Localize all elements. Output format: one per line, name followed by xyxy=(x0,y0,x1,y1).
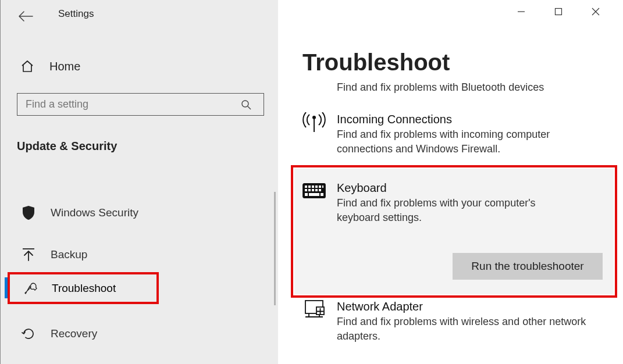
svg-rect-14 xyxy=(319,189,321,191)
back-arrow-icon xyxy=(18,10,33,22)
item-subtitle: Find and fix problems with your computer… xyxy=(337,196,581,225)
search-input[interactable] xyxy=(26,98,237,110)
home-link[interactable]: Home xyxy=(18,57,80,76)
item-subtitle: Find and fix problems with wireless and … xyxy=(337,315,587,344)
svg-rect-9 xyxy=(322,185,323,188)
sidebar-item-backup[interactable]: Backup xyxy=(8,234,159,276)
item-title: Keyboard xyxy=(337,181,581,195)
svg-rect-12 xyxy=(312,189,314,191)
sidebar-item-windows-security[interactable]: Windows Security xyxy=(8,192,159,234)
sidebar-item-label: Windows Security xyxy=(51,206,138,219)
close-button[interactable] xyxy=(586,3,606,20)
svg-rect-11 xyxy=(308,189,311,191)
svg-rect-6 xyxy=(312,185,314,188)
category-heading: Update & Security xyxy=(17,140,117,153)
keyboard-icon xyxy=(302,181,326,200)
svg-rect-7 xyxy=(315,185,318,188)
back-button[interactable] xyxy=(18,10,33,24)
minimize-icon xyxy=(517,8,525,16)
sidebar-item-label: Troubleshoot xyxy=(52,282,116,295)
network-adapter-icon xyxy=(302,300,326,319)
run-troubleshooter-button[interactable]: Run the troubleshooter xyxy=(453,253,603,280)
item-title: Network Adapter xyxy=(337,300,587,313)
item-subtitle: Find and fix problems with incoming comp… xyxy=(337,127,593,156)
recovery-icon xyxy=(19,324,38,343)
sidebar-item-troubleshoot[interactable]: Troubleshoot xyxy=(8,272,159,304)
main-panel: Troubleshoot Find and fix problems with … xyxy=(278,0,623,364)
svg-rect-17 xyxy=(321,193,323,196)
bluetooth-subtitle: Find and fix problems with Bluetooth dev… xyxy=(337,81,610,94)
svg-rect-10 xyxy=(305,189,307,191)
troubleshoot-item-incoming[interactable]: Incoming Connections Find and fix proble… xyxy=(302,113,616,156)
close-icon xyxy=(592,8,600,16)
svg-rect-5 xyxy=(308,185,311,188)
troubleshoot-item-keyboard[interactable]: Keyboard Find and fix problems with your… xyxy=(302,181,616,225)
sidebar-scrollbar[interactable] xyxy=(274,192,276,305)
search-box[interactable] xyxy=(17,93,264,116)
maximize-icon xyxy=(554,8,563,16)
svg-rect-15 xyxy=(305,193,308,196)
run-troubleshooter-label: Run the troubleshooter xyxy=(471,260,583,273)
svg-point-0 xyxy=(242,101,248,107)
svg-rect-4 xyxy=(305,185,307,188)
sidebar-item-label: Recovery xyxy=(51,327,97,340)
backup-icon xyxy=(19,245,38,264)
svg-rect-8 xyxy=(319,185,321,188)
sidebar-item-label: Backup xyxy=(51,248,87,261)
sidebar-nav: Windows Security Backup xyxy=(8,192,159,276)
sidebar: Settings Home Update & Security Windows … xyxy=(0,0,278,364)
page-title: Troubleshoot xyxy=(302,49,450,76)
svg-rect-16 xyxy=(309,193,319,196)
minimize-button[interactable] xyxy=(511,3,531,20)
svg-rect-1 xyxy=(556,9,562,15)
home-icon xyxy=(18,57,37,76)
shield-icon xyxy=(19,204,38,222)
app-title: Settings xyxy=(58,8,94,20)
svg-point-2 xyxy=(312,116,316,119)
maximize-button[interactable] xyxy=(549,3,568,20)
search-icon xyxy=(237,95,255,114)
item-title: Incoming Connections xyxy=(337,113,593,126)
incoming-connections-icon xyxy=(302,113,326,131)
troubleshoot-item-network[interactable]: Network Adapter Find and fix problems wi… xyxy=(302,300,616,344)
sidebar-item-recovery[interactable]: Recovery xyxy=(8,313,159,355)
svg-rect-13 xyxy=(315,189,318,191)
home-label: Home xyxy=(49,60,80,73)
wrench-icon xyxy=(22,279,40,298)
window-controls xyxy=(511,3,623,20)
